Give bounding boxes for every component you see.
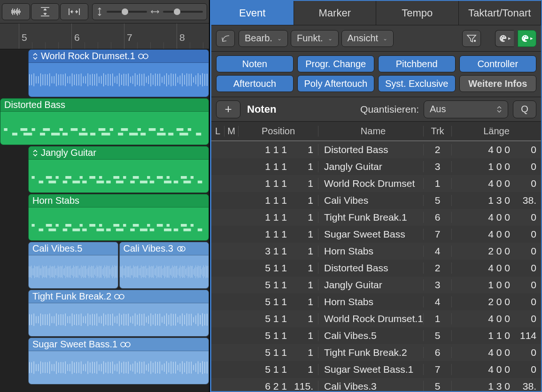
svg-rect-71 [82, 229, 87, 231]
svg-rect-77 [116, 229, 124, 231]
table-row[interactable]: 6 2 1115. Cali Vibes.3 5 1 3 038. [211, 378, 541, 391]
region[interactable]: Tight Funk Break.2 [28, 290, 209, 337]
svg-rect-29 [179, 133, 188, 136]
svg-rect-91 [198, 229, 202, 231]
vertical-zoom-fit-icon[interactable] [31, 3, 59, 20]
svg-rect-46 [113, 176, 119, 179]
tracks-area[interactable]: World Rock Drumset.1Distorted BassJangly… [0, 49, 209, 392]
col-m[interactable]: M [225, 126, 239, 137]
svg-rect-79 [130, 229, 135, 231]
svg-rect-72 [89, 224, 95, 227]
tab-tempo[interactable]: Tempo [376, 1, 459, 25]
filter-pitchbend[interactable]: Pitchbend [378, 55, 456, 72]
table-row[interactable]: 1 1 11 Jangly Guitar 3 1 0 00 [211, 158, 541, 175]
col-trk[interactable]: Trk [424, 126, 452, 137]
table-row[interactable]: 5 1 11 Cali Vibes.5 5 1 1 0114 [211, 327, 541, 344]
table-row[interactable]: 1 1 11 Cali Vibes 5 1 3 038. [211, 192, 541, 209]
table-row[interactable]: 5 1 11 Tight Funk Break.2 6 4 0 00 [211, 344, 541, 361]
menu-bearb[interactable]: Bearb.⌄ [239, 30, 288, 47]
horizontal-zoom-fit-icon[interactable] [60, 3, 88, 20]
event-table-body[interactable]: 1 1 11 Distorted Bass 2 4 0 00 1 1 11 Ja… [211, 141, 541, 391]
svg-rect-45 [106, 181, 111, 184]
region[interactable]: Cali Vibes.3 [119, 242, 209, 289]
svg-rect-65 [48, 229, 56, 231]
region[interactable]: Distorted Bass [0, 98, 209, 145]
svg-rect-74 [99, 224, 102, 227]
horizontal-zoom-icon [151, 8, 159, 15]
region-name: Tight Funk Break.2 [32, 291, 111, 302]
tab-event[interactable]: Event [211, 1, 294, 25]
filter-icon[interactable] [462, 30, 481, 47]
table-row[interactable]: 5 1 11 Distorted Bass 2 4 0 00 [211, 260, 541, 277]
svg-point-93 [180, 246, 185, 251]
vertical-zoom-slider[interactable] [107, 11, 147, 13]
filter-poly-aftertouch[interactable]: Poly Aftertouch [297, 75, 375, 92]
svg-rect-54 [157, 176, 163, 179]
filter-progr-change[interactable]: Progr. Change [297, 55, 375, 72]
region-name: Cali Vibes.5 [32, 243, 82, 254]
col-l[interactable]: L [211, 126, 225, 137]
svg-rect-55 [164, 181, 171, 184]
region[interactable]: Jangly Guitar [28, 146, 209, 193]
table-row[interactable]: 1 1 11 Tight Funk Break.1 6 4 0 00 [211, 209, 541, 226]
stereo-icon [176, 246, 186, 252]
svg-rect-88 [181, 224, 187, 227]
table-row[interactable]: 1 1 11 World Rock Drumset 1 4 0 00 [211, 175, 541, 192]
up-left-arrow-icon[interactable] [216, 30, 235, 47]
palette-icon[interactable]: ▸ [495, 30, 514, 47]
svg-rect-83 [150, 229, 155, 231]
svg-rect-70 [80, 224, 83, 227]
add-event-button[interactable]: + [216, 100, 240, 118]
bar-ruler[interactable]: 5678 [0, 23, 209, 49]
view-mode-label: Noten [247, 103, 276, 115]
svg-rect-67 [63, 229, 68, 231]
svg-rect-35 [48, 181, 56, 184]
svg-rect-18 [110, 128, 113, 131]
tab-taktart-tonart[interactable]: Taktart/Tonart [459, 1, 542, 25]
horizontal-zoom-slider[interactable] [163, 11, 203, 13]
svg-rect-48 [123, 176, 126, 179]
col-name[interactable]: Name [318, 126, 424, 137]
table-row[interactable]: 5 1 11 Horn Stabs 4 2 0 00 [211, 293, 541, 310]
arrangement-panel: 5678 World Rock Drumset.1Distorted BassJ… [0, 0, 210, 392]
filter-aftertouch[interactable]: Aftertouch [216, 75, 294, 92]
menu-ansicht[interactable]: Ansicht⌄ [341, 30, 394, 47]
region-name: Sugar Sweet Bass.1 [32, 339, 117, 350]
filter-syst-exclusive[interactable]: Syst. Exclusive [378, 75, 456, 92]
col-length[interactable]: Länge [452, 126, 541, 137]
region[interactable]: World Rock Drumset.1 [28, 49, 209, 97]
quantize-select[interactable]: Aus [424, 100, 508, 118]
table-row[interactable]: 3 1 11 Horn Stabs 4 2 0 00 [211, 243, 541, 260]
svg-rect-76 [113, 224, 119, 227]
table-row[interactable]: 1 1 11 Distorted Bass 2 4 0 00 [211, 141, 541, 158]
svg-rect-62 [31, 224, 34, 227]
quantize-apply-button[interactable]: Q [513, 100, 536, 118]
tab-marker[interactable]: Marker [294, 1, 377, 25]
menu-funkt[interactable]: Funkt.⌄ [291, 30, 339, 47]
svg-rect-61 [198, 181, 202, 184]
region[interactable]: Sugar Sweet Bass.1 [28, 338, 209, 384]
region[interactable]: Cali Vibes.5 [28, 242, 118, 289]
region[interactable]: Horn Stabs [28, 194, 209, 241]
svg-rect-66 [55, 224, 58, 227]
palette-apply-icon[interactable]: ▸ [518, 30, 536, 47]
event-type-filters: NotenProgr. ChangePitchbendControllerAft… [211, 52, 541, 97]
updown-icon [32, 53, 38, 60]
svg-rect-43 [96, 181, 104, 184]
table-row[interactable]: 5 1 11 Jangly Guitar 3 1 0 00 [211, 277, 541, 293]
table-row[interactable]: 5 1 11 World Rock Drumset.1 1 4 0 00 [211, 310, 541, 327]
table-row[interactable]: 5 1 11 Sugar Sweet Bass.1 7 4 0 00 [211, 361, 541, 378]
filter-controller[interactable]: Controller [459, 55, 537, 72]
svg-rect-84 [157, 224, 163, 227]
table-row[interactable]: 1 1 11 Sugar Sweet Bass 7 4 0 00 [211, 226, 541, 243]
svg-rect-21 [129, 133, 138, 136]
filter-noten[interactable]: Noten [216, 55, 294, 72]
svg-rect-6 [31, 128, 35, 131]
svg-rect-64 [46, 224, 52, 227]
waveform-mode-icon[interactable] [2, 3, 30, 20]
svg-rect-26 [160, 128, 163, 131]
col-position[interactable]: Position [239, 126, 318, 137]
svg-point-101 [503, 36, 504, 37]
arrange-toolbar [0, 0, 209, 23]
filter-weitere-infos[interactable]: Weitere Infos [459, 75, 537, 92]
